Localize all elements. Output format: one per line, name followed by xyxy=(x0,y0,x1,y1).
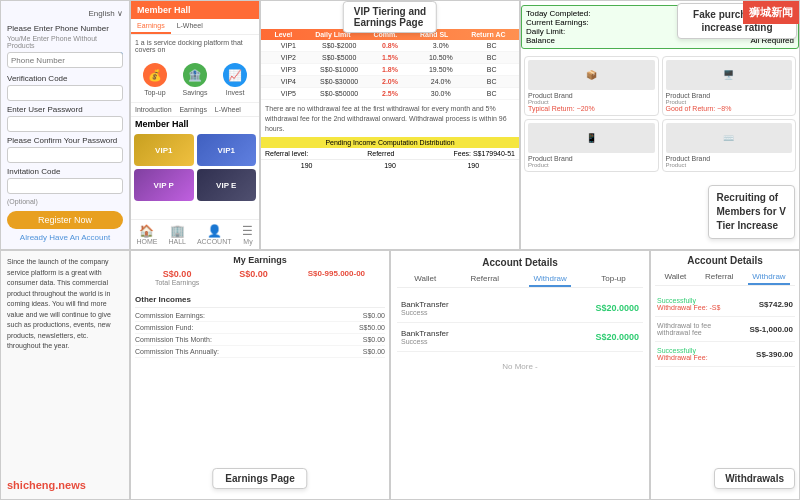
right-tab-withdraw[interactable]: Withdraw xyxy=(748,270,789,285)
tab-lwheel[interactable]: L-Wheel xyxy=(171,19,209,34)
vip3-rate: 1.8% xyxy=(365,66,416,73)
vip-row-4: VIP4 S$0-$30000 2.0% 24.0% BC xyxy=(261,76,519,88)
earnings-item-1-value: S$0.00 xyxy=(363,312,385,319)
nav-my[interactable]: ☰ My xyxy=(242,224,253,245)
earnings-item-2: Commission Fund: S$50.00 xyxy=(135,322,385,334)
withdrawal-notice: There are no withdrawal fee at the first… xyxy=(261,100,519,137)
optional-hint: (Optional) xyxy=(7,198,123,205)
vip1-tier[interactable]: VIP1 xyxy=(134,134,194,166)
home-icon: 🏠 xyxy=(139,224,154,238)
product-4[interactable]: ⌨️ Product Brand Product xyxy=(662,119,797,172)
product-grid: 📦 Product Brand Product Typical Return: … xyxy=(521,53,799,175)
col-level: Level xyxy=(274,31,292,38)
product-2[interactable]: 🖥️ Product Brand Product Good of Return:… xyxy=(662,56,797,116)
vip-row-5: VIP5 S$0-$50000 2.5% 30.0% BC xyxy=(261,88,519,100)
withdrawal-1-status: Successfully xyxy=(657,297,720,304)
intro-row: Introduction Earnings L-Wheel xyxy=(131,103,259,116)
register-button[interactable]: Register Now xyxy=(7,211,123,229)
password-input[interactable] xyxy=(7,116,123,132)
earnings-list: Commission Earnings: S$0.00 Commission F… xyxy=(135,310,385,358)
vip4-rate: 2.0% xyxy=(365,78,416,85)
transaction-1-amount: S$20.0000 xyxy=(595,303,639,313)
nav-home[interactable]: 🏠 HOME xyxy=(136,224,157,245)
vip2-tier[interactable]: VIP1 xyxy=(197,134,257,166)
app-header: Member Hall xyxy=(131,1,259,19)
member-hall-label: Member Hall xyxy=(131,116,259,131)
vip4-level: VIP4 xyxy=(263,78,314,85)
fake-purchases-panel: 狮城新闻 Fake purchases to increase rating T… xyxy=(520,0,800,250)
income-value: Fees: S$179940-51 xyxy=(453,150,515,157)
withdrawal-row-1: Successfully Withdrawal Fee: -S$ S$742.9… xyxy=(655,292,795,317)
nav-account[interactable]: 👤 ACCOUNT xyxy=(197,224,232,245)
invitation-input[interactable] xyxy=(7,178,123,194)
income-level: Referred xyxy=(367,150,394,157)
nav-my-label: My xyxy=(243,238,252,245)
vip-row-3: VIP3 S$0-$10000 1.8% 19.50% BC xyxy=(261,64,519,76)
product-1[interactable]: 📦 Product Brand Product Typical Return: … xyxy=(524,56,659,116)
withdrawal-3-info: Successfully Withdrawal Fee: xyxy=(657,347,708,361)
vip-row-1: VIP1 S$0-$2000 0.8% 3.0% BC xyxy=(261,40,519,52)
nav-home-label: HOME xyxy=(136,238,157,245)
product-2-img: 🖥️ xyxy=(666,60,793,90)
current-label: Current Earnings: xyxy=(526,18,589,27)
nav-hall[interactable]: 🏢 HALL xyxy=(168,224,186,245)
product-3-img: 📱 xyxy=(528,123,655,153)
tab-withdraw[interactable]: Withdraw xyxy=(529,272,570,287)
withdrawal-3-amount: S$-390.00 xyxy=(756,350,793,359)
right-tab-wallet[interactable]: Wallet xyxy=(660,270,690,285)
product-3[interactable]: 📱 Product Brand Product xyxy=(524,119,659,172)
vip5-daily: S$0-$50000 xyxy=(314,90,365,97)
product-3-sublabel: Product xyxy=(528,162,655,168)
vip5-return: BC xyxy=(466,90,517,97)
vip5-rate: 2.5% xyxy=(365,90,416,97)
tab-referral[interactable]: Referral xyxy=(467,272,503,287)
language-selector[interactable]: English ∨ xyxy=(7,9,123,18)
tab-earnings[interactable]: Earnings xyxy=(131,19,171,34)
vip3-tier[interactable]: VIP P xyxy=(134,169,194,201)
vip3-daily: S$0-$10000 xyxy=(314,66,365,73)
max-value: S$0-995.000-00 xyxy=(308,269,365,278)
vip3-level: VIP3 xyxy=(263,66,314,73)
app-member-hall-panel: Member Hall Earnings L-Wheel 1 a is serv… xyxy=(130,0,260,250)
withdrawal-row-3: Successfully Withdrawal Fee: S$-390.00 xyxy=(655,342,795,367)
income-row: Referral level: Referred Fees: S$179940-… xyxy=(261,148,519,159)
vip-tiering-panel: VIP Tiering andEarnings Page Level Daily… xyxy=(260,0,520,250)
invest-icon-item[interactable]: 📈 Invest xyxy=(223,63,247,96)
balance-label: Balance xyxy=(526,36,555,45)
app-header-title: Member Hall xyxy=(137,5,191,15)
password-label: Enter User Password xyxy=(7,105,123,114)
savings-icon-item[interactable]: 🏦 Savings xyxy=(183,63,208,96)
withdrawal-2-info: Withdrawal to fee withdrawal fee xyxy=(657,322,737,336)
earnings-item-1-label: Commission Earnings: xyxy=(135,312,205,319)
withdrawal-2-fee: Withdrawal to fee withdrawal fee xyxy=(657,322,737,336)
total-earnings-item: S$0.00 Total Earnings xyxy=(155,269,199,286)
bottom-text-panel: Since the launch of the company service … xyxy=(0,250,130,500)
vip1-level: VIP1 xyxy=(263,42,314,49)
transaction-row-1: BankTransfer Success S$20.0000 xyxy=(397,294,643,323)
my-icon: ☰ xyxy=(242,224,253,238)
nav-account-label: ACCOUNT xyxy=(197,238,232,245)
topup-icon: 💰 xyxy=(143,63,167,87)
vip4-tier[interactable]: VIP E xyxy=(197,169,257,201)
confirm-input[interactable] xyxy=(7,147,123,163)
vip5-rand: 30.0% xyxy=(415,90,466,97)
verif-input[interactable] xyxy=(7,85,123,101)
product-1-img: 📦 xyxy=(528,60,655,90)
right-tab-referral[interactable]: Referral xyxy=(701,270,737,285)
earnings-summary: S$0.00 Total Earnings S$0.00 S$0-995.000… xyxy=(135,269,385,286)
verif-label: Verification Code xyxy=(7,74,123,83)
login-link[interactable]: Already Have An Account xyxy=(7,233,123,242)
total-label: Total Earnings xyxy=(155,279,199,286)
intro-label: Introduction xyxy=(135,106,172,113)
withdrawal-2-amount: S$-1,000.00 xyxy=(749,325,793,334)
earnings-item-4-value: S$0.00 xyxy=(363,348,385,355)
withdrawal-row-2: Withdrawal to fee withdrawal fee S$-1,00… xyxy=(655,317,795,342)
vip1-rand: 3.0% xyxy=(415,42,466,49)
topup-icon-item[interactable]: 💰 Top-up xyxy=(143,63,167,96)
earnings-page-label: Earnings Page xyxy=(212,468,307,489)
phone-input[interactable] xyxy=(7,52,123,68)
tab-topup[interactable]: Top-up xyxy=(597,272,629,287)
vip5-level: VIP5 xyxy=(263,90,314,97)
tab-wallet[interactable]: Wallet xyxy=(410,272,440,287)
pending-label: Pending Income Computation Distribution xyxy=(261,137,519,148)
